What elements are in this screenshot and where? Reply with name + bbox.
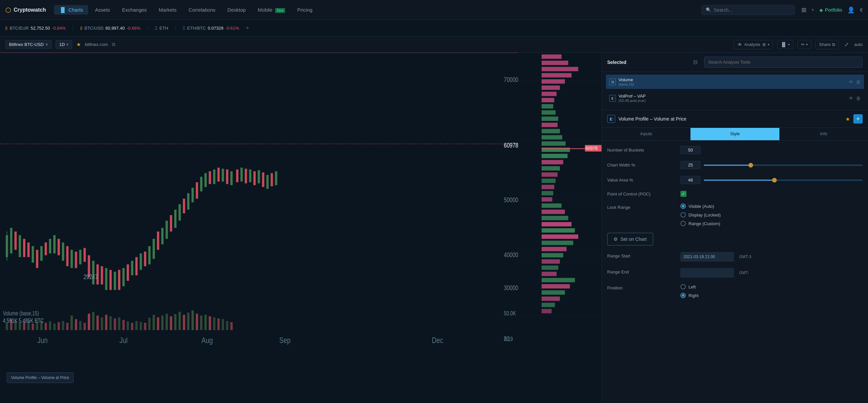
- radio-left[interactable]: Left: [680, 284, 699, 289]
- svg-rect-108: [187, 313, 189, 331]
- value-area-input[interactable]: [680, 176, 701, 184]
- range-end-input[interactable]: [680, 268, 734, 277]
- svg-rect-78: [58, 322, 60, 330]
- ticker-add-button[interactable]: +: [246, 25, 249, 32]
- favorite-icon[interactable]: ★: [845, 116, 850, 122]
- grid-layout-icon[interactable]: ⊞: [801, 6, 806, 14]
- svg-rect-161: [541, 216, 568, 220]
- chart-width-slider-thumb[interactable]: [748, 163, 753, 167]
- radio-right-outer[interactable]: [680, 293, 686, 298]
- svg-rect-72: [32, 323, 34, 330]
- radio-range-outer[interactable]: [680, 221, 686, 226]
- setting-position: Position Left Right: [607, 284, 863, 298]
- volprof-eye-icon[interactable]: 👁: [849, 96, 854, 101]
- radio-range[interactable]: Range (Custom): [680, 221, 721, 226]
- svg-rect-30: [127, 265, 129, 281]
- nav-item-desktop[interactable]: Desktop: [222, 5, 251, 14]
- pair-selector[interactable]: Bitfinex BTC-USD ▾: [5, 40, 52, 49]
- ticker-eth[interactable]: Ξ eth: [155, 26, 168, 31]
- search-input[interactable]: [714, 7, 790, 13]
- svg-rect-96: [135, 321, 137, 330]
- chart-width-input[interactable]: [680, 161, 701, 169]
- svg-rect-17: [71, 250, 73, 268]
- svg-rect-146: [541, 123, 558, 127]
- radio-visible[interactable]: Visible (Auto): [680, 204, 721, 209]
- svg-rect-114: [213, 317, 216, 330]
- svg-rect-139: [541, 79, 565, 84]
- volume-trash-icon[interactable]: 🗑: [856, 79, 861, 85]
- chart-width-slider-track[interactable]: [704, 164, 863, 166]
- auto-label: auto: [854, 42, 863, 47]
- selected-item-volprof[interactable]: ◧ VolProf – VAP (50,48,auto,true) 👁 🗑: [606, 91, 864, 105]
- svg-rect-167: [541, 253, 563, 257]
- svg-rect-106: [179, 312, 181, 330]
- chevron-down-icon[interactable]: ▾: [812, 7, 814, 12]
- nav-item-exchanges[interactable]: Exchanges: [117, 5, 152, 14]
- draw-button[interactable]: ✏ ▾: [797, 40, 811, 49]
- svg-rect-26: [109, 270, 112, 290]
- indicator-button[interactable]: ▐▌ ▾: [777, 40, 794, 49]
- volprof-item-icon: ◧: [609, 95, 616, 101]
- svg-rect-91: [114, 318, 116, 330]
- radio-display-outer[interactable]: [680, 212, 686, 217]
- svg-rect-39: [165, 220, 168, 239]
- value-area-slider-track[interactable]: [704, 180, 863, 181]
- indicator-name: Volume Profile – Volume at Price: [619, 116, 842, 122]
- analysis-button[interactable]: 👁 Analysis ⊞ ▾: [734, 40, 773, 49]
- portfolio-button[interactable]: ◈ Portfolio: [819, 7, 842, 13]
- svg-rect-3: [10, 228, 12, 253]
- nav-item-assets[interactable]: Assets: [90, 5, 115, 14]
- selected-item-volume[interactable]: ▦ Volume (base,15) 👁 🗑: [606, 74, 864, 89]
- svg-rect-27: [114, 272, 116, 290]
- svg-rect-77: [53, 323, 56, 330]
- svg-rect-148: [541, 135, 562, 140]
- svg-rect-89: [105, 315, 107, 330]
- radio-left-outer[interactable]: [680, 284, 686, 289]
- search-tools-input[interactable]: [704, 57, 863, 68]
- poc-checkbox[interactable]: ✓: [680, 191, 686, 197]
- svg-rect-111: [200, 315, 203, 330]
- svg-rect-165: [541, 241, 573, 245]
- radio-display[interactable]: Display (Locked): [680, 212, 721, 217]
- nav-item-markets[interactable]: Markets: [154, 5, 182, 14]
- tab-style[interactable]: Style: [690, 128, 779, 140]
- ticker-btc-eur[interactable]: ₿ BTC/EUR 52,752.50 -0.84%: [5, 26, 66, 31]
- svg-rect-164: [541, 235, 578, 239]
- fullscreen-button[interactable]: ⤢: [843, 40, 850, 49]
- radio-right[interactable]: Right: [680, 293, 699, 298]
- nav-item-charts[interactable]: ▐▌ Charts: [54, 5, 88, 14]
- timeframe-button[interactable]: 1D ▾: [56, 40, 72, 49]
- indicator-tabs: Inputs Style Info: [602, 128, 868, 141]
- set-on-chart-button[interactable]: ⚙ Set on Chart: [607, 233, 653, 245]
- tab-inputs[interactable]: Inputs: [602, 128, 690, 140]
- volprof-trash-icon[interactable]: 🗑: [856, 96, 861, 101]
- svg-rect-117: [226, 321, 228, 330]
- exchange-link[interactable]: bitfinex.com: [85, 42, 108, 47]
- user-icon[interactable]: 👤: [847, 6, 855, 14]
- currency-icon[interactable]: €: [860, 7, 863, 13]
- range-start-input[interactable]: [680, 252, 734, 261]
- svg-text:50.0K: 50.0K: [504, 310, 516, 317]
- nav-item-mobile[interactable]: Mobile New: [252, 5, 290, 14]
- nav-item-pricing[interactable]: Pricing: [292, 5, 318, 14]
- share-button[interactable]: Share ⧉: [815, 40, 839, 49]
- num-buckets-input[interactable]: [680, 146, 701, 154]
- ticker-price: 52,752.50: [31, 26, 50, 31]
- nav-item-correlations[interactable]: Correlations: [183, 5, 221, 14]
- value-area-slider-thumb[interactable]: [772, 178, 777, 183]
- bar-chart-icon: ▐▌: [781, 42, 787, 47]
- value-area-slider-container: [704, 180, 863, 181]
- svg-rect-88: [101, 317, 103, 330]
- search-area[interactable]: 🔍: [702, 5, 795, 15]
- volume-eye-icon[interactable]: 👁: [849, 79, 854, 85]
- value-area-value: [680, 176, 863, 184]
- radio-visible-outer[interactable]: [680, 204, 686, 209]
- ticker-eth-btc[interactable]: Ξ ETH/BTC 0.07329 -0.61%: [183, 26, 239, 31]
- ticker-pair-label: BTC/EUR: [10, 26, 29, 31]
- svg-rect-63: [271, 173, 273, 186]
- add-indicator-button[interactable]: +: [854, 114, 863, 124]
- tab-info[interactable]: Info: [779, 128, 868, 140]
- favorite-star-icon[interactable]: ★: [76, 41, 81, 48]
- svg-rect-62: [267, 175, 269, 189]
- ticker-btc-usd[interactable]: ₿ BTC/USD 60,997.40 -0.66%: [80, 26, 141, 31]
